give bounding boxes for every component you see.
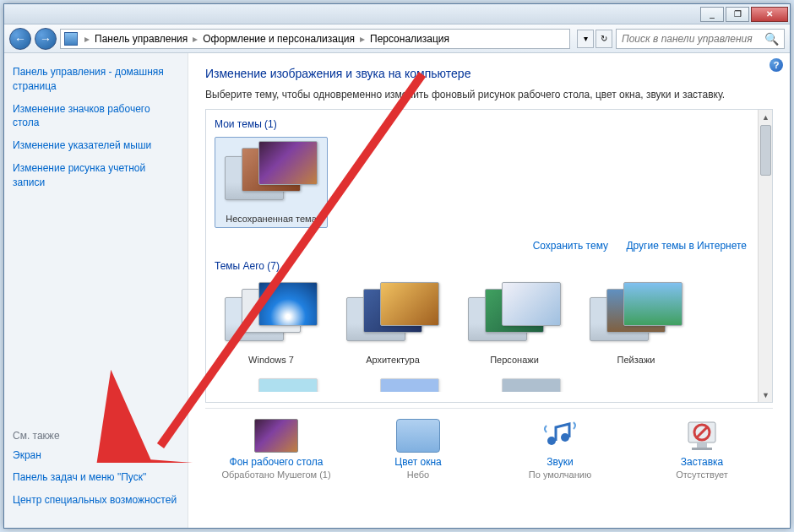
window-color-icon xyxy=(396,419,440,453)
page-subtitle: Выберите тему, чтобы одновременно измени… xyxy=(205,89,773,100)
page-title: Изменение изображения и звука на компьют… xyxy=(205,67,773,80)
theme-list: Мои темы (1) Несохраненная тема Сохранит… xyxy=(205,109,773,403)
seealso-taskbar[interactable]: Панель задач и меню "Пуск" xyxy=(13,470,179,485)
option-window-color[interactable]: Цвет окна Небо xyxy=(359,419,477,480)
sidebar-link-mouse-pointers[interactable]: Изменение указателей мыши xyxy=(13,138,179,153)
theme-item-architecture[interactable]: Архитектура xyxy=(336,279,449,368)
breadcrumb-item[interactable]: Оформление и персонализация xyxy=(199,33,358,45)
my-themes-header: Мои темы (1) xyxy=(215,115,755,133)
theme-thumbnail xyxy=(225,282,318,350)
minimize-button[interactable]: _ xyxy=(700,7,724,22)
close-button[interactable]: ✕ xyxy=(751,7,788,22)
theme-thumbnail xyxy=(590,282,683,350)
body: Панель управления - домашняя страница Из… xyxy=(4,53,790,528)
sidebar-link-account-picture[interactable]: Изменение рисунка учетной записи xyxy=(13,161,179,190)
sidebar-link-desktop-icons[interactable]: Изменение значков рабочего стола xyxy=(13,102,179,131)
svg-rect-4 xyxy=(692,448,712,450)
online-themes-link[interactable]: Другие темы в Интернете xyxy=(626,240,747,252)
navbar: ← → ▸ Панель управления ▸ Оформление и п… xyxy=(4,24,790,53)
sidebar: Панель управления - домашняя страница Из… xyxy=(4,53,188,528)
theme-item-partial[interactable] xyxy=(336,375,449,392)
search-icon[interactable]: 🔍 xyxy=(764,32,779,46)
theme-item-partial[interactable] xyxy=(458,375,571,392)
breadcrumb[interactable]: ▸ Панель управления ▸ Оформление и персо… xyxy=(60,29,570,49)
back-button[interactable]: ← xyxy=(9,28,31,50)
theme-label: Пейзажи xyxy=(617,355,655,365)
theme-item-landscapes[interactable]: Пейзажи xyxy=(579,279,693,368)
theme-thumbnail xyxy=(346,282,439,350)
theme-label: Архитектура xyxy=(366,355,420,365)
seealso-display[interactable]: Экран xyxy=(13,448,179,463)
sounds-icon xyxy=(538,419,582,453)
theme-item-partial[interactable] xyxy=(215,375,328,392)
seealso-accessibility[interactable]: Центр специальных возможностей xyxy=(13,493,179,508)
svg-rect-3 xyxy=(697,442,707,448)
theme-label: Несохраненная тема xyxy=(226,214,317,224)
search-input[interactable] xyxy=(622,33,764,45)
control-panel-icon xyxy=(64,32,78,46)
search-box[interactable]: 🔍 xyxy=(616,29,785,49)
theme-item-windows7[interactable]: Windows 7 xyxy=(215,279,328,368)
theme-actions: Сохранить тему Другие темы в Интернете xyxy=(215,235,755,257)
refresh-button[interactable]: ↻ xyxy=(596,30,612,48)
theme-item-unsaved[interactable]: Несохраненная тема xyxy=(215,137,328,228)
scrollbar[interactable]: ▲ ▼ xyxy=(758,110,772,402)
arrow-left-icon: ← xyxy=(14,32,26,46)
scroll-thumb[interactable] xyxy=(760,125,771,176)
theme-item-characters[interactable]: Персонажи xyxy=(458,279,571,368)
background-icon xyxy=(254,419,298,453)
maximize-button[interactable]: ❐ xyxy=(726,7,749,22)
breadcrumb-item[interactable]: Панель управления xyxy=(91,33,191,45)
sidebar-link-home[interactable]: Панель управления - домашняя страница xyxy=(13,65,179,94)
theme-thumbnail xyxy=(225,141,318,209)
save-theme-link[interactable]: Сохранить тему xyxy=(533,240,608,252)
option-screensaver[interactable]: Заставка Отсутствует xyxy=(643,419,761,480)
arrow-right-icon: → xyxy=(40,32,52,46)
option-sounds[interactable]: Звуки По умолчанию xyxy=(501,419,619,480)
theme-label: Windows 7 xyxy=(248,355,294,365)
main-content: ? Изменение изображения и звука на компь… xyxy=(188,53,790,528)
forward-button[interactable]: → xyxy=(35,28,57,50)
option-desktop-background[interactable]: Фон рабочего стола Обработано Мушегом (1… xyxy=(217,419,335,480)
titlebar: _ ❐ ✕ xyxy=(4,4,790,24)
aero-themes-header: Темы Aero (7) xyxy=(215,257,755,275)
help-icon[interactable]: ? xyxy=(770,58,783,72)
screensaver-icon xyxy=(680,419,724,453)
personalization-options: Фон рабочего стола Обработано Мушегом (1… xyxy=(205,408,773,480)
scroll-down-icon[interactable]: ▼ xyxy=(759,388,773,402)
breadcrumb-dropdown[interactable]: ▾ xyxy=(577,30,594,48)
seealso-header: См. также xyxy=(13,430,179,442)
breadcrumb-item[interactable]: Персонализация xyxy=(367,33,453,45)
theme-thumbnail xyxy=(468,282,561,350)
theme-label: Персонажи xyxy=(490,355,539,365)
window: _ ❐ ✕ ← → ▸ Панель управления ▸ Оформлен… xyxy=(3,3,791,529)
scroll-up-icon[interactable]: ▲ xyxy=(759,110,773,124)
